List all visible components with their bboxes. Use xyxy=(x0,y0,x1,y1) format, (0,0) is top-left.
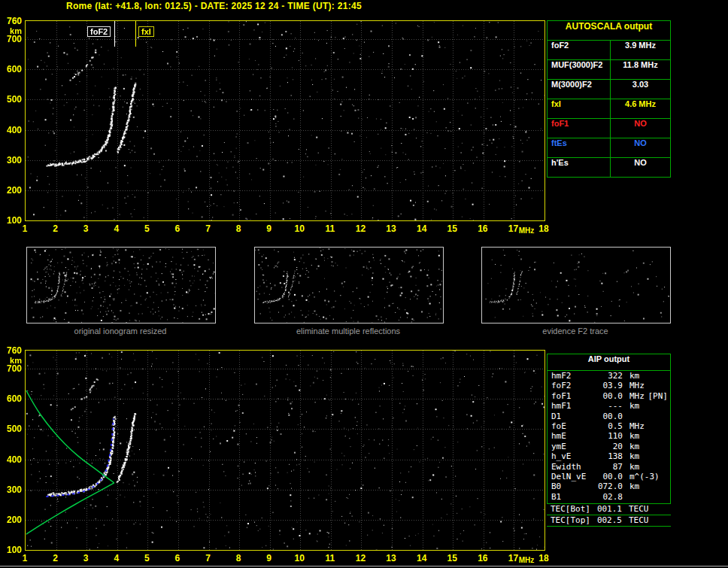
x-tick-2: 2 xyxy=(44,223,67,234)
aip-value: 072.0 xyxy=(594,481,623,491)
aip-value: 20 xyxy=(594,442,623,451)
autoscala-value: 11.8 MHz xyxy=(611,60,670,79)
x-tick-7: 7 xyxy=(197,553,220,563)
thumb-canvas-eliminate xyxy=(255,248,443,323)
y-tick-700: 700 xyxy=(2,363,22,374)
aip-row-foF2: foF203.9MHz xyxy=(548,381,670,390)
window-bottom-divider xyxy=(0,566,728,566)
autoscala-value: NO xyxy=(611,119,670,138)
aip-row-TEC[Bot]: TEC[Bot]001.1TECU xyxy=(547,504,671,515)
aip-unit: MHz[PN] xyxy=(623,391,670,401)
aip-unit xyxy=(623,492,670,502)
aip-param: hmF2 xyxy=(548,371,594,381)
aip-row-D1: D100.0 xyxy=(548,412,670,421)
autoscala-param: foF2 xyxy=(548,41,611,59)
autoscala-param: MUF(3000)F2 xyxy=(548,60,611,79)
y-tick-500: 500 xyxy=(2,424,22,434)
x-tick-15: 15 xyxy=(441,553,463,563)
x-tick-1: 1 xyxy=(14,553,36,563)
x-tick-9: 9 xyxy=(258,223,281,234)
fxi-marker-label: fxI xyxy=(138,26,154,37)
autoscala-rows: foF23.9 MHzMUF(3000)F211.8 MHzM(3000)F23… xyxy=(548,41,670,177)
x-tick-5: 5 xyxy=(135,223,158,234)
autoscala-value: 3.9 MHz xyxy=(611,41,670,59)
x-tick-4: 4 xyxy=(105,553,128,563)
autoscala-param: fxI xyxy=(548,99,611,118)
aip-param: D1 xyxy=(548,412,594,421)
x-tick-3: 3 xyxy=(74,223,97,234)
y-tick-760: 760 xyxy=(2,16,22,26)
aip-param: hmE xyxy=(548,431,594,441)
thumb-caption-evidence: evidence F2 trace xyxy=(481,327,670,336)
aip-param: ymE xyxy=(548,442,594,451)
aip-row-Ewidth: Ewidth87km xyxy=(548,462,670,472)
autoscala-row-h'Es: h'EsNO xyxy=(548,158,670,177)
aip-unit: MHz xyxy=(623,421,670,431)
aip-header: AIP output xyxy=(548,354,670,371)
aip-value: 002.5 xyxy=(593,515,622,526)
aip-unit: m^(-3) xyxy=(623,472,670,481)
x-tick-14: 14 xyxy=(411,553,433,563)
aip-row-DelN_vE: DelN_vE00.0m^(-3) xyxy=(548,472,670,481)
aip-param: DelN_vE xyxy=(548,472,594,481)
aip-value: 87 xyxy=(594,462,623,472)
x-tick-11: 11 xyxy=(319,223,341,234)
aip-param: TEC[Bot] xyxy=(547,504,593,515)
thumb-canvas-original xyxy=(27,248,215,323)
aip-row-B1: B102.8 xyxy=(548,492,670,502)
aip-row-TEC[Top]: TEC[Top]002.5TECU xyxy=(547,515,671,527)
thumb-caption-eliminate: eliminate multiple reflections xyxy=(253,327,443,336)
y-tick-400: 400 xyxy=(2,454,22,465)
x-tick-10: 10 xyxy=(288,553,311,563)
x-axis-unit-mhz: MHz xyxy=(519,556,541,564)
autoscala-row-MUF(3000)F2: MUF(3000)F211.8 MHz xyxy=(548,60,670,80)
autoscala-value: NO xyxy=(611,138,670,157)
y-tick-700: 700 xyxy=(2,34,22,44)
aip-value: 03.9 xyxy=(594,381,623,390)
aip-row-B0: B0072.0km xyxy=(548,481,670,491)
x-tick-14: 14 xyxy=(411,223,433,234)
autoscala-output-panel: AUTOSCALA output foF23.9 MHzMUF(3000)F21… xyxy=(547,20,671,178)
aip-value: 00.0 xyxy=(594,391,623,401)
aip-output-panel: AIP output hmF2322kmfoF203.9MHzfoF100.0M… xyxy=(547,354,671,504)
y-tick-760: 760 xyxy=(2,345,22,356)
ionogram-plot-top: foF2 fxI xyxy=(25,20,545,221)
x-tick-7: 7 xyxy=(197,223,220,234)
y-tick-200: 200 xyxy=(2,515,22,525)
aip-row-hmE: hmE110km xyxy=(548,431,670,441)
aip-param: Ewidth xyxy=(548,462,594,472)
y-tick-400: 400 xyxy=(2,125,22,135)
autoscala-param: h'Es xyxy=(548,158,611,177)
autoscala-row-foF1: foF1NO xyxy=(548,119,670,138)
x-tick-10: 10 xyxy=(288,223,311,234)
aip-value: 322 xyxy=(594,371,623,381)
x-tick-3: 3 xyxy=(74,553,97,563)
y-tick-300: 300 xyxy=(2,484,22,495)
y-tick-500: 500 xyxy=(2,94,22,105)
aip-param: hmF1 xyxy=(548,401,594,411)
x-tick-2: 2 xyxy=(44,553,67,563)
autoscala-param: foF1 xyxy=(548,119,611,138)
autoscala-row-ftEs: ftEsNO xyxy=(548,138,670,158)
thumb-canvas-evidence xyxy=(482,248,670,323)
thumb-evidence-f2 xyxy=(481,247,671,323)
autoscala-param: ftEs xyxy=(548,138,611,157)
x-tick-8: 8 xyxy=(227,223,250,234)
aip-unit: TECU xyxy=(622,504,671,515)
aip-unit: MHz xyxy=(623,381,670,390)
ionogram-canvas-top xyxy=(26,21,544,220)
aip-row-ymE: ymE20km xyxy=(548,442,670,451)
x-tick-12: 12 xyxy=(349,553,372,563)
y-tick-300: 300 xyxy=(2,155,22,166)
aip-value: 0.5 xyxy=(594,421,623,431)
ionogram-plot-bottom xyxy=(25,350,545,551)
x-tick-13: 13 xyxy=(380,223,402,234)
aip-tec-panel: TEC[Bot]001.1TECUTEC[Top]002.5TECU xyxy=(547,504,671,527)
autoscala-value: 3.03 xyxy=(611,80,670,99)
aip-row-foE: foE0.5MHz xyxy=(548,421,670,431)
autoscala-header: AUTOSCALA output xyxy=(548,21,670,41)
x-tick-8: 8 xyxy=(227,553,250,563)
y-tick-200: 200 xyxy=(2,185,22,196)
aip-unit: km xyxy=(623,481,670,491)
thumb-original-ionogram xyxy=(26,247,216,323)
